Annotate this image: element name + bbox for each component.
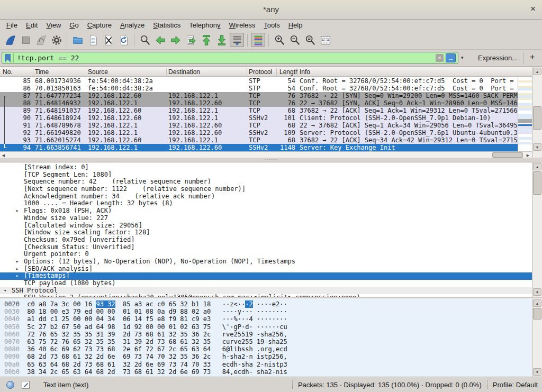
column-divider[interactable] <box>33 68 33 76</box>
packet-row-85[interactable]: 8568.001734936fe:54:00:d4:38:2aSTP54Conf… <box>0 77 518 85</box>
find-packet-button[interactable] <box>138 33 152 47</box>
detail-line[interactable]: [Calculated window size: 29056] <box>0 222 532 230</box>
menu-item-file[interactable]: File <box>2 21 22 30</box>
column-divider[interactable] <box>166 68 167 76</box>
hex-vscrollbar[interactable]: ▲ ▼ <box>532 299 542 377</box>
detail-line[interactable]: TCP payload (1080 bytes) <box>0 280 532 287</box>
resize-columns-button[interactable] <box>318 33 332 47</box>
detail-line[interactable]: ▸Flags: 0x018 (PSH, ACK) <box>0 207 532 215</box>
collapsed-arrow-icon[interactable]: ▸ <box>16 266 19 273</box>
details-vscroll-thumb[interactable] <box>533 171 541 195</box>
packet-list-minimap[interactable] <box>518 77 532 151</box>
filter-clear-icon[interactable]: × <box>436 54 444 62</box>
column-header-protocol[interactable]: Protocol <box>249 68 272 76</box>
column-header-info[interactable]: Info <box>300 68 310 76</box>
go-to-packet-button[interactable] <box>184 33 198 47</box>
filter-dropdown-icon[interactable]: ▾ <box>461 55 464 60</box>
profile-button[interactable]: Profile: Default <box>493 381 538 389</box>
close-icon[interactable]: × <box>530 4 536 14</box>
column-divider[interactable] <box>86 68 86 76</box>
hex-row[interactable]: 0090 68 2d 73 68 61 32 2d 6e 69 73 74 70… <box>0 353 542 360</box>
reload-capture-button[interactable] <box>116 33 131 47</box>
menu-item-view[interactable]: View <box>42 21 65 30</box>
menu-item-help[interactable]: Help <box>284 21 307 30</box>
go-back-button[interactable] <box>153 33 167 47</box>
packet-row-86[interactable]: 8670.013850163fe:54:00:d4:38:2aSTP54Conf… <box>0 85 518 92</box>
zoom-in-button[interactable] <box>272 33 286 47</box>
menu-item-statistics[interactable]: Statistics <box>149 21 185 30</box>
detail-line[interactable]: ▸[SEQ/ACK analysis] <box>0 266 532 273</box>
save-capture-button[interactable] <box>86 33 100 47</box>
go-forward-button[interactable] <box>168 33 183 47</box>
column-header-destination[interactable]: Destination <box>168 68 200 76</box>
menu-item-wireless[interactable]: Wireless <box>225 21 260 30</box>
scroll-down-icon[interactable]: ▼ <box>533 143 541 151</box>
add-filter-button[interactable]: + <box>530 52 535 62</box>
detail-line[interactable]: ▾SSH Protocol <box>0 287 532 295</box>
detail-line[interactable]: [Checksum Status: Unverified] <box>0 244 532 251</box>
go-last-packet-button[interactable] <box>214 33 229 47</box>
detail-line[interactable]: Sequence number: 42 (relative sequence n… <box>0 178 532 186</box>
packet-row-88[interactable]: 8871.648146932192.168.122.1192.168.122.6… <box>0 99 518 107</box>
go-first-packet-button[interactable] <box>199 33 213 47</box>
scroll-up-icon[interactable]: ▲ <box>533 68 541 75</box>
pane-splitter[interactable]: ······ <box>0 158 542 162</box>
detail-line[interactable]: [Window size scaling factor: 128] <box>0 229 532 236</box>
zoom-out-button[interactable] <box>287 33 302 47</box>
display-filter-input[interactable]: !tcp.port == 22 × → <box>2 52 458 64</box>
menu-item-tools[interactable]: Tools <box>259 21 284 30</box>
packet-row-90[interactable]: 9071.648618924192.168.122.60192.168.122.… <box>0 114 518 122</box>
collapsed-arrow-icon[interactable]: ▸ <box>16 258 19 266</box>
start-capture-button[interactable] <box>3 33 17 47</box>
restart-capture-button[interactable] <box>34 33 48 47</box>
scroll-up-icon[interactable]: ▲ <box>533 163 541 170</box>
hex-vscroll-thumb[interactable] <box>533 308 541 320</box>
hex-row[interactable]: 0070 63 75 72 76 65 32 35 35 31 39 2d 73… <box>0 338 542 345</box>
hex-row[interactable]: 0020 c0 a8 7a 3c 00 16 93 32 85 a3 ac c0… <box>0 300 542 308</box>
column-divider[interactable] <box>297 68 298 76</box>
packet-row-94[interactable]: 9471.663856741192.168.122.1192.168.122.6… <box>0 144 518 151</box>
detail-line[interactable]: [Stream index: 0] <box>0 164 532 171</box>
detail-line[interactable]: Urgent pointer: 0 <box>0 251 532 258</box>
scroll-up-icon[interactable]: ▲ <box>533 299 541 307</box>
zoom-original-button[interactable] <box>303 33 317 47</box>
packet-row-93[interactable]: 9371.662015274192.168.122.60192.168.122.… <box>0 136 518 144</box>
packet-list-vscroll-thumb[interactable] <box>533 106 541 130</box>
filter-text[interactable]: !tcp.port == 22 <box>17 54 79 62</box>
menu-item-telephony[interactable]: Telephony <box>185 21 224 30</box>
column-header-no[interactable]: No. <box>3 68 13 76</box>
stop-capture-button[interactable] <box>19 33 33 47</box>
hex-row[interactable]: 0040 a1 dd c1 25 00 00 04 34 06 14 f5 e8… <box>0 315 542 323</box>
details-vscrollbar[interactable]: ▲ ▼ <box>532 162 542 297</box>
detail-line[interactable]: ▸SSH Version 2 (encryption:chacha20-poly… <box>0 294 532 297</box>
hex-row[interactable]: 0030 80 18 00 e3 79 ed 00 00 01 01 08 0a… <box>0 308 542 315</box>
title-bar[interactable]: *any × <box>0 0 542 20</box>
hex-row[interactable]: 0080 36 40 6c 69 62 73 73 68 2e 6f 72 67… <box>0 345 542 353</box>
collapsed-arrow-icon[interactable]: ▸ <box>16 272 19 280</box>
detail-line[interactable]: 1000 .... = Header Length: 32 bytes (8) <box>0 200 532 207</box>
filter-bookmark-icon[interactable] <box>5 54 11 62</box>
scroll-down-icon[interactable]: ▼ <box>533 368 541 376</box>
colorize-packets-button[interactable] <box>251 33 265 47</box>
detail-line[interactable]: [Next sequence number: 1122 (relative se… <box>0 186 532 193</box>
packet-row-89[interactable]: 8971.648191037192.168.122.60192.168.122.… <box>0 107 518 114</box>
packet-row-87[interactable]: 8771.647777234192.168.122.60192.168.122.… <box>0 92 518 99</box>
filter-apply-icon[interactable]: → <box>446 53 456 62</box>
capture-comment-icon[interactable] <box>22 381 30 389</box>
menu-item-go[interactable]: Go <box>65 21 83 30</box>
collapsed-arrow-icon[interactable]: ▸ <box>16 294 19 297</box>
detail-line[interactable]: Window size value: 227 <box>0 215 532 222</box>
detail-line[interactable]: Checksum: 0x79ed [unverified] <box>0 236 532 244</box>
detail-line[interactable]: [TCP Segment Len: 1080] <box>0 171 532 179</box>
packet-row-92[interactable]: 9271.661949820192.168.122.1192.168.122.6… <box>0 129 518 136</box>
hex-row[interactable]: 00b0 38 34 2c 65 63 64 68 2d 73 68 61 32… <box>0 368 542 376</box>
column-divider[interactable] <box>247 68 247 76</box>
auto-scroll-button[interactable] <box>230 33 244 47</box>
open-capture-button[interactable] <box>70 33 85 47</box>
hex-row[interactable]: 00a0 65 63 64 68 2d 73 68 61 32 2d 6e 69… <box>0 361 542 368</box>
detail-line[interactable]: Acknowledgment number: 34 (relative ack … <box>0 193 532 200</box>
close-capture-button[interactable] <box>101 33 115 47</box>
hex-row[interactable]: 0060 72 76 65 32 35 35 31 39 2d 73 68 61… <box>0 331 542 338</box>
scroll-down-icon[interactable]: ▼ <box>533 288 541 296</box>
column-header-source[interactable]: Source <box>88 68 108 76</box>
